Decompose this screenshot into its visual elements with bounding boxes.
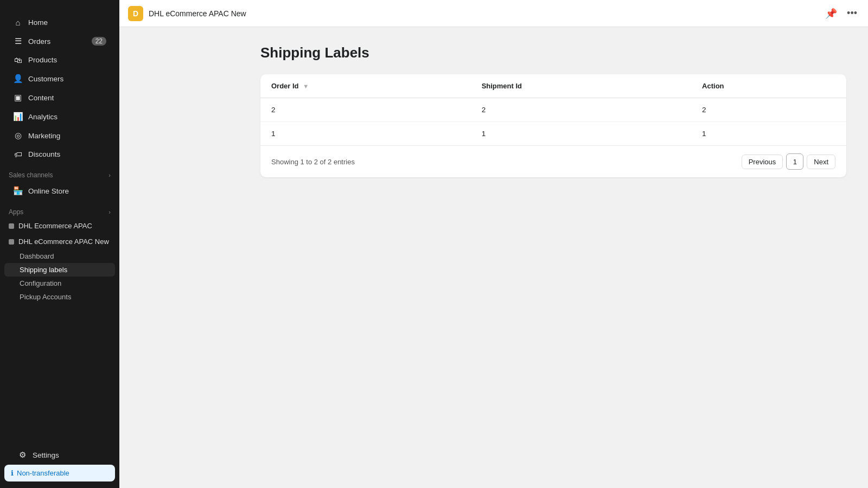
app-icon: D: [128, 6, 143, 21]
sidebar-item-label: Online Store: [28, 187, 69, 195]
col-shipment-id: Shipment Id: [471, 74, 691, 98]
sidebar-item-customers[interactable]: 👤 Customers: [4, 69, 115, 88]
cell-action[interactable]: 2: [691, 98, 846, 122]
sort-icon: ▼: [303, 83, 309, 89]
online-store-icon: 🏪: [13, 186, 23, 196]
sidebar-bottom: ⚙ Settings ℹ Non-transferable: [0, 439, 119, 488]
marketing-icon: ◎: [13, 131, 23, 140]
sidebar-item-label: Products: [28, 56, 57, 64]
app-label: DHL Ecommerce APAC: [18, 222, 92, 230]
app-dhl-ecommerce-apac[interactable]: DHL Ecommerce APAC: [0, 218, 119, 234]
page-title: Shipping Labels: [260, 44, 846, 61]
app-dot-icon: [9, 239, 14, 245]
table-body: 222111: [260, 98, 846, 146]
main-content: Shipping Labels Order Id ▼ Shipment Id A…: [239, 27, 868, 488]
pagination-info: Showing 1 to 2 of 2 entries: [271, 158, 355, 166]
sidebar-item-home[interactable]: ⌂ Home: [4, 14, 115, 31]
pin-button[interactable]: 📌: [823, 5, 839, 22]
sidebar-item-discounts[interactable]: 🏷 Discounts: [4, 145, 115, 163]
pagination-row: Showing 1 to 2 of 2 entries Previous 1 N…: [260, 145, 846, 177]
non-transferable-badge[interactable]: ℹ Non-transferable: [4, 465, 115, 481]
sidebar-item-shipping-labels[interactable]: Shipping labels: [4, 263, 115, 277]
cell-order_id: 1: [260, 122, 471, 146]
table-row: 222: [260, 98, 846, 122]
sidebar-item-orders[interactable]: ☰ Orders 22: [4, 32, 115, 50]
apps-section: Apps ›: [0, 201, 119, 218]
col-action: Action: [691, 74, 846, 98]
col-order-id[interactable]: Order Id ▼: [260, 74, 471, 98]
sidebar-item-label: Content: [28, 94, 54, 102]
app-label: DHL eCommerce APAC New: [18, 237, 109, 246]
table-header-row: Order Id ▼ Shipment Id Action: [260, 74, 846, 98]
topbar-actions: 📌 •••: [823, 5, 859, 22]
content-icon: ▣: [13, 93, 23, 102]
sidebar-item-products[interactable]: 🛍 Products: [4, 51, 115, 69]
shipping-labels-table-card: Order Id ▼ Shipment Id Action 222111 Sho…: [260, 74, 846, 177]
chevron-right-icon: ›: [108, 209, 111, 215]
pagination-controls: Previous 1 Next: [742, 153, 835, 170]
settings-icon: ⚙: [17, 450, 27, 460]
customers-icon: 👤: [13, 74, 23, 84]
sidebar-item-settings[interactable]: ⚙ Settings: [9, 446, 111, 464]
products-icon: 🛍: [13, 55, 23, 65]
discounts-icon: 🏷: [13, 150, 23, 159]
sidebar-item-label: Marketing: [28, 132, 60, 140]
cell-action[interactable]: 1: [691, 122, 846, 146]
sidebar-item-dashboard[interactable]: Dashboard: [0, 249, 119, 263]
sidebar-item-configuration[interactable]: Configuration: [0, 277, 119, 290]
sidebar-item-label: Home: [28, 18, 48, 27]
more-button[interactable]: •••: [845, 5, 859, 21]
sidebar-item-label: Settings: [33, 451, 59, 459]
sidebar-item-marketing[interactable]: ◎ Marketing: [4, 126, 115, 145]
cell-order_id: 2: [260, 98, 471, 122]
sidebar-item-label: Discounts: [28, 150, 60, 158]
cell-shipment_id: 1: [471, 122, 691, 146]
info-icon: ℹ: [11, 469, 14, 477]
orders-badge: 22: [92, 37, 106, 46]
previous-button[interactable]: Previous: [742, 155, 783, 169]
chevron-right-icon: ›: [108, 172, 111, 178]
next-button[interactable]: Next: [807, 155, 835, 169]
home-icon: ⌂: [13, 18, 23, 27]
sidebar-header: [0, 0, 119, 13]
topbar: D DHL eCommerce APAC New 📌 •••: [119, 0, 868, 27]
sidebar-item-label: Analytics: [28, 113, 58, 121]
app-dhl-ecommerce-apac-new[interactable]: DHL eCommerce APAC New: [0, 234, 119, 249]
shipping-labels-table: Order Id ▼ Shipment Id Action 222111: [260, 74, 846, 145]
sidebar-item-content[interactable]: ▣ Content: [4, 88, 115, 107]
sidebar-nav: ⌂ Home ☰ Orders 22 🛍 Products 👤 Customer…: [0, 13, 119, 164]
sidebar-item-label: Customers: [28, 75, 63, 83]
analytics-icon: 📊: [13, 112, 23, 121]
current-page: 1: [786, 153, 803, 170]
orders-icon: ☰: [13, 36, 23, 46]
sidebar-item-analytics[interactable]: 📊 Analytics: [4, 107, 115, 126]
sidebar-item-label: Orders: [28, 37, 50, 46]
sales-channels-section: Sales channels ›: [0, 164, 119, 181]
app-dot-icon: [9, 223, 14, 229]
sidebar: ⌂ Home ☰ Orders 22 🛍 Products 👤 Customer…: [0, 0, 119, 488]
cell-shipment_id: 2: [471, 98, 691, 122]
table-row: 111: [260, 122, 846, 146]
sidebar-item-pickup-accounts[interactable]: Pickup Accounts: [0, 290, 119, 304]
sidebar-item-online-store[interactable]: 🏪 Online Store: [4, 182, 115, 200]
topbar-title: DHL eCommerce APAC New: [149, 9, 246, 18]
